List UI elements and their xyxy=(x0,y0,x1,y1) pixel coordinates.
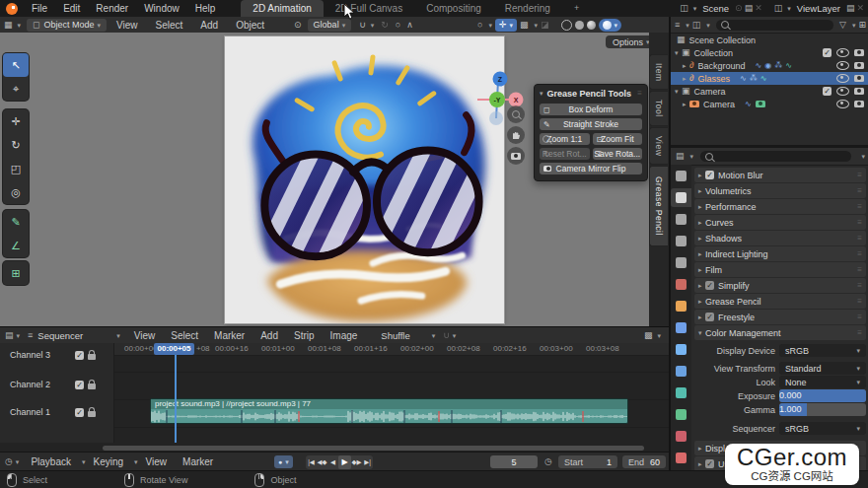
playhead[interactable] xyxy=(175,343,177,443)
outliner-row-collection[interactable]: ▾ ▣ Collection ✓ xyxy=(671,46,868,59)
sequencer-snap-chevron-icon[interactable]: ▾ xyxy=(453,332,457,339)
proportional-falloff-icon[interactable]: ↻ xyxy=(381,21,389,30)
properties-tab-output[interactable] xyxy=(671,210,691,229)
gp-tools-title[interactable]: Grease Pencil Tools xyxy=(547,89,631,99)
sidebar-tab-item[interactable]: Item xyxy=(649,54,668,90)
properties-tab-scene[interactable] xyxy=(671,253,691,272)
overlays-icon[interactable]: ▩ xyxy=(520,21,529,30)
editor-type-chevron-icon[interactable]: ▾ xyxy=(18,22,22,29)
end-frame-field[interactable]: End 60 xyxy=(622,455,666,468)
visibility-icon[interactable]: ○ xyxy=(477,21,482,30)
viewport-3d[interactable]: ↖ ⌖ ✛ ↻ ◰ ◎ ✎ ∠ ⊞ Options ▾ Z xyxy=(0,33,669,326)
tool-rotate[interactable]: ↻ xyxy=(3,133,29,157)
delete-scene-icon[interactable]: ✕ xyxy=(755,4,762,13)
glasses-expander-icon[interactable]: ▸ xyxy=(683,75,689,83)
panel-performance[interactable]: ▸Performance≡ xyxy=(694,199,866,214)
shading-wireframe-icon[interactable] xyxy=(561,20,572,31)
sequencer-horizontal-scrollbar[interactable] xyxy=(103,446,644,451)
panel-curves[interactable]: ▸Curves≡ xyxy=(694,215,866,230)
properties-tab-modifiers[interactable] xyxy=(671,318,691,337)
add-workspace-button[interactable]: + xyxy=(562,0,591,17)
display-device-dropdown[interactable]: sRGB▾ xyxy=(779,344,866,357)
panel-grease-pencil[interactable]: ▸Grease Pencil≡ xyxy=(694,294,866,309)
view-transform-dropdown[interactable]: Standard▾ xyxy=(779,362,866,375)
properties-editor-chevron-icon[interactable]: ▾ xyxy=(690,153,694,160)
timeline-editor-chevron-icon[interactable]: ▾ xyxy=(16,458,20,465)
select-menu[interactable]: Select xyxy=(148,20,191,31)
background-expander-icon[interactable]: ▸ xyxy=(683,62,689,70)
panel-shadows[interactable]: ▸Shadows≡ xyxy=(694,231,866,245)
snap-magnet-icon[interactable]: ∪ xyxy=(359,21,366,30)
menu-edit[interactable]: Edit xyxy=(55,3,88,14)
outliner-row-glasses-selected[interactable]: ▸ ∂ Glasses ∿ ⁂ ∿ xyxy=(671,72,868,85)
exposure-slider[interactable]: 0.000 xyxy=(779,389,866,402)
timeline-editor-icon[interactable]: ◷ xyxy=(5,457,13,466)
zoom-fit-button[interactable]: ⊡Zoom Fit xyxy=(593,133,643,145)
filter-chevron-icon[interactable]: ▾ xyxy=(852,22,856,29)
channel-lock-icon[interactable] xyxy=(88,411,96,417)
timeline-marker-menu[interactable]: Marker xyxy=(175,456,221,467)
tool-cursor[interactable]: ⌖ xyxy=(3,77,29,101)
channel-mute-checkbox[interactable]: ✓ xyxy=(75,408,84,417)
sequencer-editor-icon[interactable]: ▤ xyxy=(5,331,14,340)
jump-to-start-button[interactable]: |◀ xyxy=(306,455,317,469)
shading-rendered-active[interactable]: ▾ xyxy=(599,19,622,32)
sequencer-view-menu[interactable]: View xyxy=(126,330,164,341)
properties-tab-material[interactable] xyxy=(671,427,691,446)
properties-editor-icon[interactable]: ▤ xyxy=(676,152,685,161)
outliner-search-input[interactable] xyxy=(716,20,833,31)
eye-icon[interactable] xyxy=(836,61,849,70)
timeline-view-menu[interactable]: View xyxy=(138,456,176,467)
shuffle-dropdown[interactable]: Shuffle xyxy=(381,330,409,341)
sequencer-editor-chevron-icon[interactable]: ▾ xyxy=(17,332,21,339)
look-dropdown[interactable]: None▾ xyxy=(779,376,866,388)
outliner-editor-chevron-icon[interactable]: ▾ xyxy=(686,22,689,29)
menu-window[interactable]: Window xyxy=(136,3,187,14)
properties-options-chevron-icon[interactable]: ▾ xyxy=(861,153,865,160)
copy-viewlayer-icon[interactable]: ▤ xyxy=(846,4,855,13)
current-frame-field[interactable]: 5 xyxy=(490,455,538,468)
zoom-1-1-button[interactable]: Zoom 1:1 xyxy=(540,133,590,145)
blender-logo-icon[interactable] xyxy=(6,3,18,15)
eye-icon[interactable] xyxy=(836,48,849,57)
panel-volumetrics[interactable]: ▸Volumetrics≡ xyxy=(694,183,866,198)
properties-tab-physics[interactable] xyxy=(671,362,691,381)
sequencer-snap-icon[interactable]: ∪ xyxy=(443,331,450,340)
channel-mute-checkbox[interactable]: ✓ xyxy=(75,381,84,389)
properties-search-input[interactable] xyxy=(700,151,851,162)
viewport-camera-button[interactable] xyxy=(507,147,525,165)
straight-stroke-button[interactable]: ✎Straight Stroke xyxy=(540,118,642,130)
overlays-chevron-icon[interactable]: ▾ xyxy=(535,22,539,29)
panel-film[interactable]: ▸Film≡ xyxy=(694,262,866,277)
snap-chevron-icon[interactable]: ▾ xyxy=(371,22,375,29)
camera-collection-expander-icon[interactable]: ▾ xyxy=(675,88,682,96)
tool-select-box[interactable]: ↖ xyxy=(3,53,29,77)
panel-collapse-icon[interactable]: ▾ xyxy=(540,90,543,97)
properties-tab-tool[interactable] xyxy=(671,167,691,185)
workspace-tab-rendering[interactable]: Rendering xyxy=(493,0,562,17)
sequencer-overlay-chevron-icon[interactable]: ▾ xyxy=(657,332,661,339)
outliner-editor-icon[interactable]: ≡ xyxy=(675,21,680,30)
panel-freestyle[interactable]: ▸✓Freestyle≡ xyxy=(694,310,866,324)
outliner-display-chevron-icon[interactable]: ▾ xyxy=(706,22,710,29)
play-reverse-button[interactable]: ◀ xyxy=(327,455,338,469)
auto-keying-button[interactable]: ● ▾ xyxy=(274,455,293,468)
outliner-row-camera-collection[interactable]: ▾ ▣ Camera ✓ xyxy=(671,85,868,98)
prev-keyframe-button[interactable]: ◀◆ xyxy=(317,455,327,469)
sidebar-tab-tool[interactable]: Tool xyxy=(649,91,668,126)
xray-icon[interactable]: ◪ xyxy=(541,21,549,30)
copy-scene-icon[interactable]: ▤ xyxy=(745,4,754,13)
sequencer-strip-menu[interactable]: Strip xyxy=(286,330,323,341)
panel-grip-icon[interactable]: ≡ xyxy=(637,89,642,98)
camera-mirror-flip-button[interactable]: Camera Mirror Flip xyxy=(540,163,642,174)
eye-icon[interactable] xyxy=(836,74,849,83)
viewport-zoom-button[interactable] xyxy=(507,105,525,123)
collection-checkbox[interactable]: ✓ xyxy=(823,87,832,96)
camera-toggle-icon[interactable] xyxy=(854,101,864,107)
gamma-slider[interactable]: 1.000 xyxy=(779,403,866,416)
jump-to-end-button[interactable]: ▶| xyxy=(362,455,373,469)
sidebar-tab-grease-pencil[interactable]: Grease Pencil xyxy=(649,166,668,246)
outliner-display-mode-icon[interactable]: ◫ xyxy=(692,21,701,30)
properties-tab-object-data[interactable] xyxy=(671,405,691,424)
reset-rotation-button[interactable]: ↻Reset Rot... xyxy=(540,148,590,160)
